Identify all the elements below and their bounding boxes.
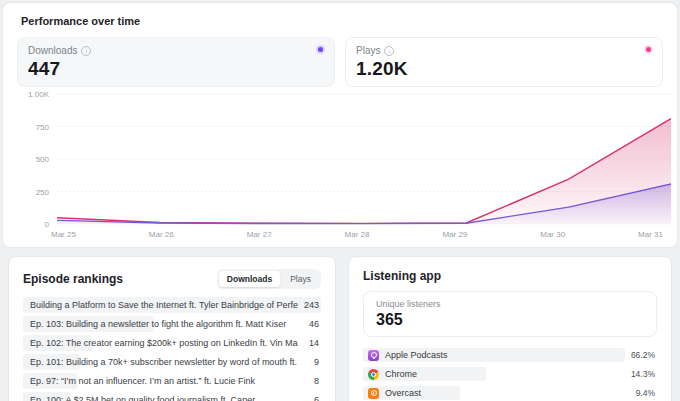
app-percent: 14.3% bbox=[631, 367, 655, 381]
tab-plays[interactable]: Plays bbox=[282, 271, 319, 287]
episode-title: Ep. 103: Building a newsletter to fight … bbox=[23, 316, 298, 332]
stat-label-row: Downloads bbox=[28, 45, 324, 56]
y-tick-label: 0 bbox=[45, 220, 49, 229]
episode-list: Building a Platform to Save the Internet… bbox=[23, 297, 321, 401]
y-tick-label: 750 bbox=[36, 122, 49, 131]
episode-value: 14 bbox=[309, 335, 319, 351]
performance-panel: Performance over time Downloads 447 Play… bbox=[2, 2, 678, 248]
x-tick-label: Mar 25 bbox=[51, 230, 76, 239]
plays-stat-value: 1.20K bbox=[356, 58, 652, 80]
x-tick-label: Mar 30 bbox=[540, 230, 565, 239]
info-icon bbox=[81, 46, 91, 56]
performance-chart: 1.00K7505002500 Mar 25Mar 26Mar 27Mar 28… bbox=[17, 93, 663, 243]
chrome-icon bbox=[368, 369, 379, 380]
downloads-series-dot-icon bbox=[318, 47, 323, 52]
episode-title: Building a Platform to Save the Internet… bbox=[23, 297, 298, 313]
app-percent: 66.2% bbox=[631, 348, 655, 362]
unique-listeners-label: Unique listeners bbox=[376, 299, 644, 309]
unique-listeners-value: 365 bbox=[376, 311, 644, 329]
downloads-stat-label: Downloads bbox=[28, 45, 77, 56]
overcast-icon bbox=[368, 388, 379, 399]
episode-value: 9 bbox=[314, 354, 319, 370]
episode-title: Ep. 101: Building a 70k+ subscriber news… bbox=[23, 354, 298, 370]
episode-rankings-header: Episode rankings Downloads Plays bbox=[23, 269, 321, 289]
episode-title: Ep. 102: The creator earning $200k+ post… bbox=[23, 335, 298, 351]
episode-row[interactable]: Ep. 101: Building a 70k+ subscriber news… bbox=[23, 354, 321, 370]
stat-card-downloads[interactable]: Downloads 447 bbox=[17, 37, 335, 87]
performance-title: Performance over time bbox=[21, 15, 663, 27]
x-tick-label: Mar 31 bbox=[638, 230, 663, 239]
y-tick-label: 250 bbox=[36, 187, 49, 196]
episode-value: 6 bbox=[314, 392, 319, 401]
episode-row[interactable]: Ep. 97: “I’m not an influencer. I’m an a… bbox=[23, 373, 321, 389]
x-tick-label: Mar 29 bbox=[442, 230, 467, 239]
x-tick-label: Mar 28 bbox=[345, 230, 370, 239]
plays-series-dot-icon bbox=[646, 47, 651, 52]
chart-x-axis: Mar 25Mar 26Mar 27Mar 28Mar 29Mar 30Mar … bbox=[51, 230, 663, 239]
tab-downloads[interactable]: Downloads bbox=[219, 271, 280, 287]
unique-listeners-card: Unique listeners 365 bbox=[363, 291, 657, 337]
episode-row[interactable]: Ep. 100: A $2.5M bet on quality food jou… bbox=[23, 392, 321, 401]
episode-rankings-panel: Episode rankings Downloads Plays Buildin… bbox=[8, 256, 336, 401]
episode-row[interactable]: Building a Platform to Save the Internet… bbox=[23, 297, 321, 313]
episode-rankings-title: Episode rankings bbox=[23, 272, 123, 286]
y-tick-label: 1.00K bbox=[28, 89, 49, 98]
apple-podcasts-icon bbox=[368, 350, 379, 361]
listening-app-row[interactable]: Overcast9.4% bbox=[363, 386, 657, 400]
app-row-content: Chrome bbox=[363, 367, 657, 381]
listening-app-panel: Listening app Unique listeners 365 Apple… bbox=[348, 256, 672, 401]
app-name: Chrome bbox=[385, 369, 417, 379]
app-percent: 9.4% bbox=[636, 386, 655, 400]
episode-value: 8 bbox=[314, 373, 319, 389]
app-row-content: Apple Podcasts bbox=[363, 348, 657, 362]
listening-app-row[interactable]: Chrome14.3% bbox=[363, 367, 657, 381]
podcast-analytics-dashboard: Performance over time Downloads 447 Play… bbox=[0, 0, 680, 401]
info-icon bbox=[384, 46, 394, 56]
listening-app-row[interactable]: Apple Podcasts66.2% bbox=[363, 348, 657, 362]
episode-row[interactable]: Ep. 103: Building a newsletter to fight … bbox=[23, 316, 321, 332]
chart-y-axis: 1.00K7505002500 bbox=[17, 93, 49, 225]
app-name: Overcast bbox=[385, 388, 421, 398]
stats-row: Downloads 447 Plays 1.20K bbox=[17, 37, 663, 87]
episode-title: Ep. 100: A $2.5M bet on quality food jou… bbox=[23, 392, 298, 401]
downloads-stat-value: 447 bbox=[28, 58, 324, 80]
episode-value: 46 bbox=[309, 316, 319, 332]
x-tick-label: Mar 27 bbox=[247, 230, 272, 239]
stat-label-row: Plays bbox=[356, 45, 652, 56]
episode-row[interactable]: Ep. 102: The creator earning $200k+ post… bbox=[23, 335, 321, 351]
episode-title: Ep. 97: “I’m not an influencer. I’m an a… bbox=[23, 373, 298, 389]
stat-card-plays[interactable]: Plays 1.20K bbox=[345, 37, 663, 87]
x-tick-label: Mar 26 bbox=[149, 230, 174, 239]
plays-stat-label: Plays bbox=[356, 45, 380, 56]
app-name: Apple Podcasts bbox=[385, 350, 448, 360]
y-tick-label: 500 bbox=[36, 155, 49, 164]
chart-plot-area bbox=[57, 93, 671, 225]
metric-toggle: Downloads Plays bbox=[217, 269, 321, 289]
episode-value: 243 bbox=[304, 297, 319, 313]
listening-app-list: Apple Podcasts66.2%Chrome14.3%Overcast9.… bbox=[363, 348, 657, 401]
app-row-content: Overcast bbox=[363, 386, 657, 400]
listening-app-title: Listening app bbox=[363, 269, 657, 283]
